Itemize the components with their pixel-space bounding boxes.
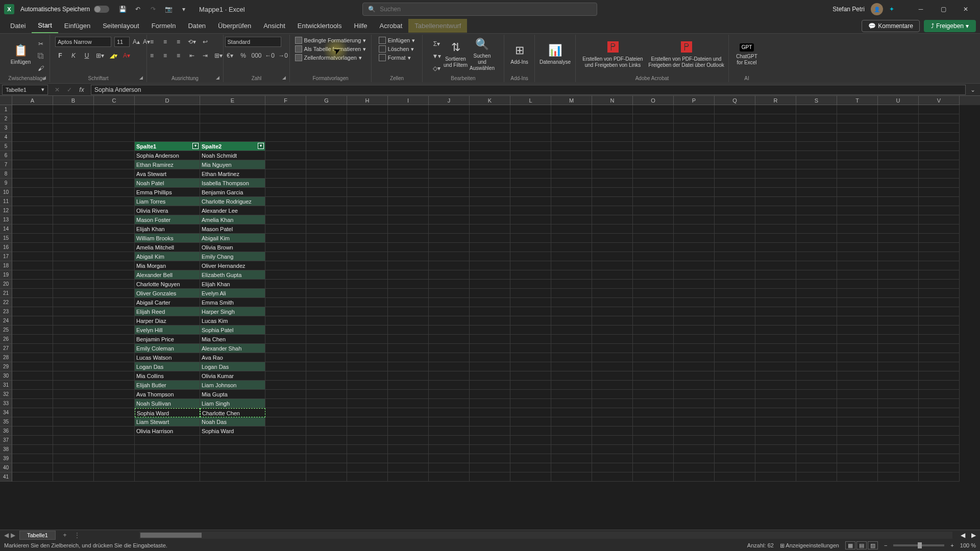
cell-J33[interactable]	[429, 399, 470, 408]
formula-expand-icon[interactable]: ⌄	[968, 85, 978, 95]
cell-B14[interactable]	[53, 224, 94, 234]
cell-A29[interactable]	[12, 362, 53, 371]
cell-V11[interactable]	[919, 197, 960, 206]
cell-Q31[interactable]	[715, 381, 755, 390]
cell-M18[interactable]	[551, 261, 592, 270]
cell-S8[interactable]	[796, 169, 837, 179]
cell-S41[interactable]	[796, 472, 837, 482]
cell-Q16[interactable]	[715, 243, 755, 252]
cell-S22[interactable]	[796, 298, 837, 307]
cell-J5[interactable]	[429, 142, 470, 151]
cell-B39[interactable]	[53, 454, 94, 463]
cell-J14[interactable]	[429, 224, 470, 234]
cell-J6[interactable]	[429, 151, 470, 160]
row-header-31[interactable]: 31	[0, 381, 12, 390]
cell-I34[interactable]	[388, 408, 429, 417]
cell-H33[interactable]	[347, 399, 388, 408]
cell-A1[interactable]	[12, 105, 53, 114]
format-cells-button[interactable]: Format ▾	[379, 54, 415, 61]
insert-cells-button[interactable]: Einfügen ▾	[379, 37, 415, 44]
cell-V25[interactable]	[919, 325, 960, 335]
cell-O18[interactable]	[633, 261, 674, 270]
cell-D1[interactable]	[135, 105, 200, 114]
cell-B6[interactable]	[53, 151, 94, 160]
cell-G41[interactable]	[306, 472, 347, 482]
cell-S18[interactable]	[796, 261, 837, 270]
cell-F26[interactable]	[265, 335, 306, 344]
cell-A33[interactable]	[12, 399, 53, 408]
cell-O15[interactable]	[633, 234, 674, 243]
row-header-27[interactable]: 27	[0, 344, 12, 353]
cell-I14[interactable]	[388, 224, 429, 234]
cell-E39[interactable]	[200, 454, 265, 463]
cell-K28[interactable]	[470, 353, 510, 362]
cell-A36[interactable]	[12, 427, 53, 436]
cell-O29[interactable]	[633, 362, 674, 371]
cell-K39[interactable]	[470, 454, 510, 463]
cell-K1[interactable]	[470, 105, 510, 114]
cell-C14[interactable]	[94, 224, 135, 234]
cell-Q10[interactable]	[715, 188, 755, 197]
cell-I24[interactable]	[388, 316, 429, 325]
cell-R32[interactable]	[755, 390, 796, 399]
cell-U16[interactable]	[878, 243, 919, 252]
cell-B3[interactable]	[53, 123, 94, 133]
cell-K10[interactable]	[470, 188, 510, 197]
filter-dropdown-e[interactable]: ▾	[258, 143, 264, 149]
cell-E37[interactable]	[200, 436, 265, 445]
cell-G40[interactable]	[306, 463, 347, 472]
cell-E27[interactable]: Alexander Shah	[200, 344, 265, 353]
cell-F32[interactable]	[265, 390, 306, 399]
cell-D35[interactable]: Liam Stewart	[135, 417, 200, 427]
cell-J24[interactable]	[429, 316, 470, 325]
cell-C17[interactable]	[94, 252, 135, 261]
cell-A2[interactable]	[12, 114, 53, 123]
cell-U33[interactable]	[878, 399, 919, 408]
cell-U36[interactable]	[878, 427, 919, 436]
cell-F4[interactable]	[265, 133, 306, 142]
cell-N24[interactable]	[592, 316, 633, 325]
cell-O27[interactable]	[633, 344, 674, 353]
cell-U14[interactable]	[878, 224, 919, 234]
cell-F31[interactable]	[265, 381, 306, 390]
cell-S28[interactable]	[796, 353, 837, 362]
cell-A25[interactable]	[12, 325, 53, 335]
row-header-15[interactable]: 15	[0, 234, 12, 243]
cell-I4[interactable]	[388, 133, 429, 142]
cell-O20[interactable]	[633, 280, 674, 289]
cell-H14[interactable]	[347, 224, 388, 234]
cell-A20[interactable]	[12, 280, 53, 289]
cell-N20[interactable]	[592, 280, 633, 289]
cell-L10[interactable]	[510, 188, 551, 197]
column-header-g[interactable]: G	[306, 96, 347, 105]
cell-H40[interactable]	[347, 463, 388, 472]
cell-V6[interactable]	[919, 151, 960, 160]
cell-J18[interactable]	[429, 261, 470, 270]
cell-L30[interactable]	[510, 371, 551, 381]
cell-F11[interactable]	[265, 197, 306, 206]
cell-V31[interactable]	[919, 381, 960, 390]
cell-V35[interactable]	[919, 417, 960, 427]
cell-A17[interactable]	[12, 252, 53, 261]
sheet-next-icon[interactable]: ▶	[11, 532, 15, 539]
cell-E10[interactable]: Benjamin Garcia	[200, 188, 265, 197]
align-center-icon[interactable]: ≡	[160, 51, 170, 61]
cell-J36[interactable]	[429, 427, 470, 436]
cell-B34[interactable]	[53, 408, 94, 417]
cell-R3[interactable]	[755, 123, 796, 133]
row-header-14[interactable]: 14	[0, 224, 12, 234]
cell-L35[interactable]	[510, 417, 551, 427]
cell-U30[interactable]	[878, 371, 919, 381]
cell-P30[interactable]	[674, 371, 715, 381]
cell-Q17[interactable]	[715, 252, 755, 261]
cell-K12[interactable]	[470, 206, 510, 215]
cell-R26[interactable]	[755, 335, 796, 344]
cell-L36[interactable]	[510, 427, 551, 436]
cell-O26[interactable]	[633, 335, 674, 344]
cell-F15[interactable]	[265, 234, 306, 243]
cell-A30[interactable]	[12, 371, 53, 381]
cell-R8[interactable]	[755, 169, 796, 179]
cell-K7[interactable]	[470, 160, 510, 169]
cell-V1[interactable]	[919, 105, 960, 114]
cell-J39[interactable]	[429, 454, 470, 463]
